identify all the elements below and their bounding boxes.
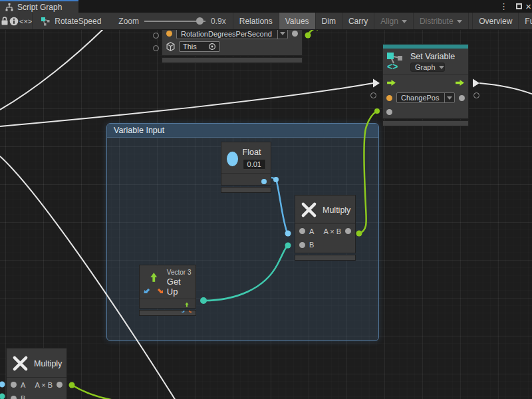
vector3-icon	[144, 273, 163, 293]
port-input-a[interactable]	[11, 382, 17, 388]
window-maximize-button[interactable]	[516, 0, 522, 13]
variable-name: ChangePos	[397, 93, 444, 102]
port-label: A	[309, 227, 314, 235]
object-picker-icon[interactable]	[208, 43, 216, 51]
node-float-literal[interactable]: Float 0.01	[221, 142, 271, 193]
tab-title: Script Graph	[17, 3, 62, 12]
port-input-b[interactable]	[11, 396, 17, 399]
node-title: Set Variable	[410, 52, 455, 61]
node-title: Float	[243, 148, 261, 157]
chevron-down-icon[interactable]	[444, 93, 454, 102]
node-multiply[interactable]: Multiply A A × B B	[295, 195, 356, 261]
csharp-preview-icon: <×>	[19, 17, 32, 25]
scope-label: Graph	[415, 63, 436, 71]
script-graph-icon	[5, 3, 13, 11]
chevron-down-icon[interactable]	[277, 29, 287, 39]
port-input-b[interactable]	[299, 242, 305, 248]
csharp-preview-button[interactable]: <×>	[19, 13, 33, 29]
variable-name-dropdown[interactable]: ChangePos	[396, 92, 455, 103]
graph-icon	[41, 17, 50, 26]
group-title: Variable Input	[114, 126, 164, 135]
variable-name: RotationDegreesPerSecond	[177, 29, 277, 39]
zoom-slider[interactable]	[144, 21, 205, 22]
port-output[interactable]	[345, 228, 351, 234]
window-close-button[interactable]: ×	[525, 0, 531, 13]
script-graph-window: Variable Input	[0, 0, 532, 399]
toolbar-button-carry[interactable]: Carry	[342, 13, 374, 29]
info-icon	[9, 17, 19, 26]
multiply-icon	[301, 201, 317, 218]
tab-bar: Script Graph ⋮ ×	[0, 0, 532, 13]
tab-script-graph[interactable]: Script Graph	[0, 0, 78, 13]
graph-name: RotateSpeed	[55, 17, 101, 26]
target-field[interactable]: This	[179, 41, 220, 52]
port-value-output[interactable]	[261, 179, 267, 184]
toolbar-button-relations[interactable]: Relations	[233, 13, 279, 29]
maximize-icon	[516, 3, 522, 9]
node-multiply-2[interactable]: Multiply A A × B B	[6, 348, 67, 399]
lock-button[interactable]	[0, 13, 9, 29]
flow-output-port[interactable]	[455, 79, 465, 86]
lock-icon	[1, 17, 9, 25]
port-label: A	[21, 381, 25, 389]
node-address-bar[interactable]	[295, 255, 356, 261]
float-value-input[interactable]: 0.01	[243, 159, 266, 170]
toolbar-button-fullscreen[interactable]: Full Screen	[519, 13, 532, 29]
graph-breadcrumb[interactable]: RotateSpeed	[33, 13, 108, 29]
port-ring[interactable]	[370, 92, 376, 98]
target-value: This	[183, 43, 208, 51]
node-address-bar[interactable]	[382, 120, 469, 126]
node-address-bar[interactable]	[162, 57, 303, 63]
toolbar-button-overview[interactable]: Overview	[473, 13, 519, 29]
flow-input-port[interactable]	[386, 79, 396, 86]
port-label: A × B	[323, 227, 341, 235]
port-fallback-input[interactable]	[386, 109, 392, 115]
toolbar-button-align[interactable]: Align	[374, 13, 414, 29]
svg-text:<>: <>	[387, 61, 398, 70]
port-label: B	[309, 241, 314, 249]
node-vector3-get-up[interactable]: Vector 3 Get Up	[139, 265, 196, 316]
port-ring[interactable]	[473, 92, 479, 98]
toolbar-spacer	[469, 13, 473, 29]
zoom-label: Zoom	[118, 17, 139, 26]
node-title: Multiply	[323, 205, 350, 215]
port-value-input[interactable]	[386, 95, 392, 101]
toolbar-button-values[interactable]: Values	[279, 13, 316, 29]
kebab-menu-icon: ⋮	[499, 1, 508, 11]
group-header[interactable]: Variable Input	[107, 124, 378, 138]
multiply-icon	[12, 355, 29, 372]
port-value-output[interactable]	[459, 95, 465, 101]
close-icon: ×	[525, 1, 531, 11]
toolbar-button-distribute[interactable]: Distribute	[414, 13, 469, 29]
chevron-down-icon	[457, 20, 462, 23]
port-label: B	[21, 394, 25, 399]
chevron-down-icon	[402, 20, 407, 23]
zoom-control: Zoom 0.9x	[112, 13, 233, 29]
toolbar-button-dim[interactable]: Dim	[316, 13, 342, 29]
graph-toolbar: <×> RotateSpeed Zoom 0.9x Relations Valu…	[0, 13, 532, 30]
port-value-input[interactable]	[166, 31, 172, 37]
port-ring[interactable]	[153, 33, 159, 39]
node-title: Get Up	[167, 277, 192, 297]
zoom-slider-handle[interactable]	[196, 17, 203, 25]
variable-scope-dropdown[interactable]: Graph	[410, 63, 445, 72]
zoom-value: 0.9x	[211, 17, 226, 26]
port-output[interactable]	[57, 382, 63, 388]
port-label: A × B	[35, 381, 53, 389]
node-get-variable[interactable]: RotationDegreesPerSecond This	[162, 25, 303, 63]
port-ring[interactable]	[153, 45, 159, 51]
window-menu-button[interactable]: ⋮	[499, 0, 508, 13]
node-type-label: Vector 3	[167, 269, 192, 276]
node-title: Multiply	[34, 359, 62, 368]
port-value-output[interactable]	[292, 31, 298, 37]
vector3-mini-icon[interactable]	[182, 303, 192, 313]
port-input-a[interactable]	[299, 228, 305, 234]
cube-icon	[166, 42, 175, 51]
node-set-variable[interactable]: <> Set Variable Graph	[382, 44, 469, 126]
info-button[interactable]	[9, 13, 19, 29]
set-variable-icon: <>	[386, 51, 406, 70]
float-icon	[227, 152, 238, 166]
